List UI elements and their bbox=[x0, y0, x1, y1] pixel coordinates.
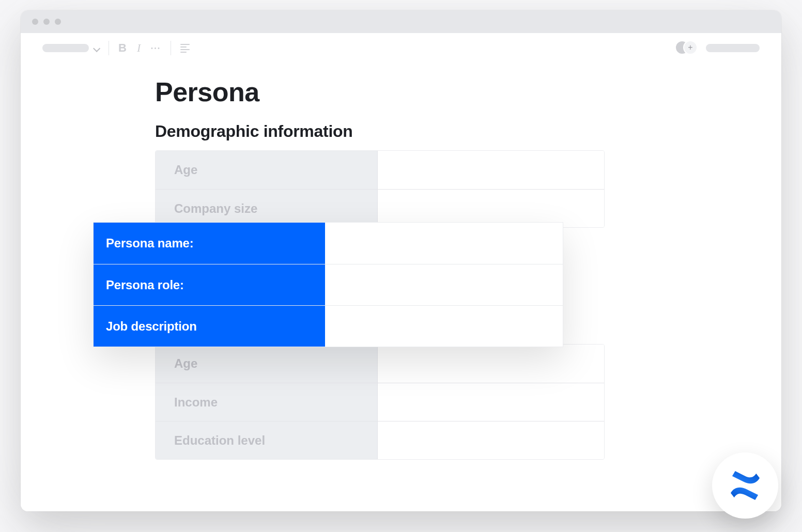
confluence-icon bbox=[729, 471, 761, 500]
table-value-cell[interactable] bbox=[378, 151, 604, 189]
collaborator-avatars: + bbox=[675, 40, 699, 56]
text-format-group: B I ••• bbox=[118, 41, 161, 55]
toolbar-left-group: B I ••• bbox=[42, 41, 190, 55]
table-row[interactable]: Education level bbox=[156, 421, 604, 459]
toolbar-right-group: + bbox=[675, 40, 760, 56]
info-table[interactable]: Age Income Education level bbox=[155, 344, 605, 460]
info-table[interactable]: Age Company size bbox=[155, 150, 605, 228]
section-heading[interactable]: Demographic information bbox=[155, 122, 755, 141]
table-label-cell[interactable]: Company size bbox=[156, 189, 378, 227]
table-value-cell[interactable] bbox=[378, 383, 604, 421]
overlay-row[interactable]: Persona name: bbox=[94, 223, 563, 264]
page-type-placeholder bbox=[42, 44, 89, 52]
window-title-bar bbox=[21, 10, 781, 33]
overlay-value-cell[interactable] bbox=[325, 223, 563, 264]
confluence-logo-badge bbox=[712, 452, 778, 519]
table-value-cell[interactable] bbox=[378, 189, 604, 227]
persona-overlay-card[interactable]: Persona name: Persona role: Job descript… bbox=[93, 222, 563, 347]
table-label-cell[interactable]: Age bbox=[156, 151, 378, 189]
scroll-fade bbox=[21, 465, 781, 511]
align-button[interactable] bbox=[180, 44, 190, 53]
page-type-select[interactable] bbox=[42, 44, 99, 52]
overlay-label-cell[interactable]: Persona role: bbox=[94, 264, 325, 305]
more-formatting-button[interactable]: ••• bbox=[151, 45, 161, 51]
overlay-row[interactable]: Job description bbox=[94, 305, 563, 347]
table-row[interactable]: Age bbox=[156, 345, 604, 383]
overlay-value-cell[interactable] bbox=[325, 264, 563, 305]
section-demographic-1: Demographic information Age Company size bbox=[155, 122, 755, 228]
toolbar-divider bbox=[171, 41, 171, 55]
overlay-label-cell[interactable]: Persona name: bbox=[94, 223, 325, 264]
publish-button[interactable] bbox=[706, 44, 760, 52]
overlay-label-cell[interactable]: Job description bbox=[94, 306, 325, 347]
add-collaborator-button[interactable]: + bbox=[683, 40, 698, 55]
editor-toolbar: B I ••• + bbox=[21, 33, 781, 63]
toolbar-divider bbox=[109, 41, 109, 55]
chevron-down-icon bbox=[93, 45, 99, 51]
bold-button[interactable]: B bbox=[118, 41, 127, 55]
overlay-value-cell[interactable] bbox=[325, 306, 563, 347]
page-title[interactable]: Persona bbox=[155, 76, 755, 107]
window-close-icon[interactable] bbox=[32, 19, 38, 25]
overlay-row[interactable]: Persona role: bbox=[94, 264, 563, 305]
table-value-cell[interactable] bbox=[378, 421, 604, 459]
table-label-cell[interactable]: Income bbox=[156, 383, 378, 421]
table-label-cell[interactable]: Education level bbox=[156, 421, 378, 459]
table-label-cell[interactable]: Age bbox=[156, 345, 378, 383]
table-value-cell[interactable] bbox=[378, 345, 604, 383]
table-row[interactable]: Income bbox=[156, 383, 604, 421]
table-row[interactable]: Company size bbox=[156, 189, 604, 227]
window-maximize-icon[interactable] bbox=[55, 19, 61, 25]
table-row[interactable]: Age bbox=[156, 151, 604, 189]
italic-button[interactable]: I bbox=[137, 41, 141, 55]
window-controls bbox=[32, 19, 61, 25]
window-minimize-icon[interactable] bbox=[43, 19, 50, 25]
